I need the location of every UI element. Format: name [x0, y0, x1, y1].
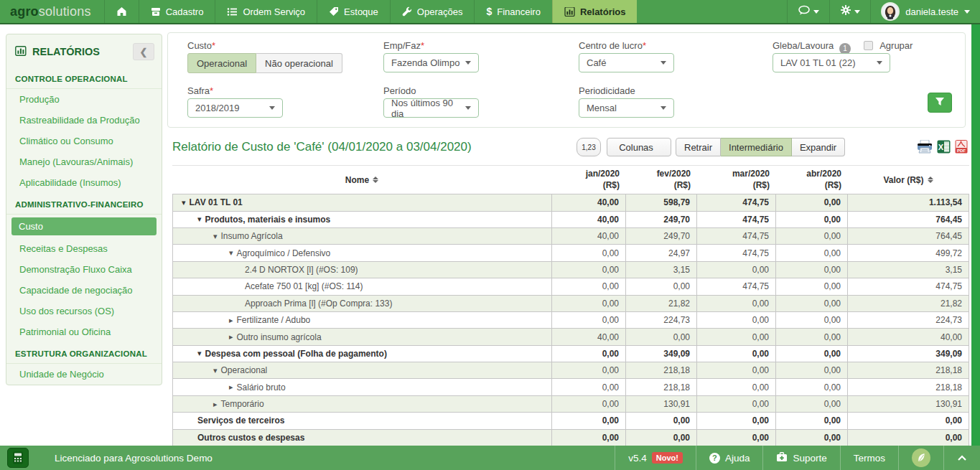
sidebar-item-aplicabilidade[interactable]: Aplicabilidade (Insumos): [6, 172, 162, 193]
expand-arrow-icon[interactable]: ▸: [229, 316, 233, 325]
sidebar-collapse-button[interactable]: ❮: [133, 43, 154, 60]
license-text: Licenciado para Agrosolutions Demo: [55, 446, 213, 470]
nav-tab-label: Estoque: [344, 6, 378, 17]
row-value: 0,00: [775, 212, 847, 227]
collapse-arrow-icon[interactable]: ▾: [197, 215, 202, 224]
intermediario-button[interactable]: Intermediário: [721, 138, 792, 156]
chevron-down-icon: [465, 61, 471, 65]
periodo-select[interactable]: Nos últimos 90 dia: [383, 98, 479, 118]
operacional-toggle[interactable]: Operacional: [187, 53, 256, 73]
print-button[interactable]: [917, 140, 933, 156]
right-edge-panel[interactable]: [971, 24, 980, 446]
sidebar-item-custo[interactable]: Custo: [11, 217, 157, 235]
chevron-down-icon: [964, 10, 970, 14]
collapse-footer-button[interactable]: [943, 446, 980, 470]
calculator-icon[interactable]: [7, 448, 29, 468]
support-link[interactable]: Suporte: [762, 446, 839, 470]
table-row[interactable]: 2.4 D NORTOX [l] (#OS: 109)0,003,150,000…: [173, 262, 969, 278]
row-value: 474,75: [696, 228, 775, 244]
eco-button[interactable]: [898, 446, 943, 470]
table-row[interactable]: Acefate 750 01 [kg] (#OS: 114)0,000,0047…: [173, 278, 969, 295]
expand-level-group: Retrair Intermediário Expandir: [676, 138, 845, 156]
help-link[interactable]: ? Ajuda: [696, 446, 763, 470]
row-value: 218,18: [847, 362, 969, 378]
nav-tab-operacoes[interactable]: Operações: [390, 0, 475, 23]
quick-chat-button[interactable]: [787, 0, 829, 23]
periodicidade-value: Mensal: [587, 103, 617, 113]
required-asterisk: *: [210, 85, 213, 96]
decimals-button[interactable]: 1,23: [577, 138, 601, 156]
nav-tab-relatorios[interactable]: Relatórios: [552, 0, 638, 23]
collapse-arrow-icon[interactable]: ▾: [229, 248, 233, 258]
sidebar-item-receitas-despesas[interactable]: Receitas e Despesas: [6, 238, 162, 259]
export-excel-button[interactable]: X: [937, 140, 951, 156]
expand-arrow-icon[interactable]: ▸: [229, 332, 233, 342]
columns-dropdown[interactable]: Colunas: [607, 138, 671, 156]
row-value: 0,00: [551, 278, 625, 294]
row-name: Outro insumo agrícola: [237, 332, 322, 342]
settings-button[interactable]: [829, 0, 870, 23]
apply-filter-button[interactable]: [928, 93, 952, 113]
nav-tab-home[interactable]: [104, 0, 139, 23]
sidebar-item-producao[interactable]: Produção: [6, 89, 162, 110]
retrair-button[interactable]: Retrair: [676, 138, 721, 156]
safra-select[interactable]: 2018/2019: [187, 98, 283, 118]
periodicidade-select[interactable]: Mensal: [579, 98, 674, 118]
centro-lucro-select[interactable]: Café: [579, 53, 674, 72]
table-row[interactable]: ▸Fertilizante / Adubo0,00224,730,000,002…: [173, 312, 969, 329]
table-row[interactable]: ▾Agroquímico / Defensivo0,0024,97474,750…: [173, 245, 969, 261]
sidebar-item-rastreabilidade[interactable]: Rastreabilidade da Produção: [6, 110, 162, 131]
sidebar-item-uso-recursos[interactable]: Uso dos recursos (OS): [6, 301, 162, 321]
row-value: 0,00: [775, 278, 847, 294]
table-row[interactable]: ▾Insumo Agrícola40,00249,70474,750,00764…: [173, 228, 969, 245]
sort-icon[interactable]: [373, 177, 378, 183]
emp-faz-value: Fazenda Olimpo: [391, 57, 459, 68]
export-pdf-button[interactable]: PDF: [955, 140, 968, 156]
version-item[interactable]: v5.4 Novo!: [615, 446, 696, 470]
nav-tab-estoque[interactable]: Estoque: [317, 0, 390, 23]
nao-operacional-toggle[interactable]: Não operacional: [256, 53, 342, 73]
collapse-arrow-icon[interactable]: ▾: [197, 349, 202, 358]
sidebar-item-climatico[interactable]: Climático ou Consumo: [6, 131, 162, 151]
collapse-arrow-icon[interactable]: ▾: [213, 366, 218, 375]
agrupar-label: Agrupar: [879, 40, 913, 51]
expand-arrow-icon[interactable]: ▸: [213, 400, 218, 409]
table-row[interactable]: Approach Prima [l] (#Op Compra: 133)0,00…: [173, 296, 969, 312]
sort-icon[interactable]: [928, 177, 933, 183]
table-row[interactable]: Outros custos e despesas0,000,000,000,00…: [173, 430, 969, 446]
list-icon: [227, 7, 238, 17]
expandir-button[interactable]: Expandir: [792, 138, 845, 156]
sidebar-item-fluxo-caixa[interactable]: Demonstração Fluxo Caixa: [6, 259, 162, 280]
collapse-arrow-icon[interactable]: ▾: [182, 198, 186, 207]
sidebar-item-unidade-negocio[interactable]: Unidade de Negócio: [6, 364, 162, 385]
user-menu[interactable]: daniela.teste: [870, 0, 980, 23]
table-row[interactable]: ▸Temporário0,00130,910,000,00130,91: [173, 396, 969, 413]
row-value: 499,72: [847, 245, 969, 260]
table-row[interactable]: ▸Outro insumo agrícola40,000,000,000,004…: [173, 329, 969, 345]
row-value: 0,00: [551, 430, 625, 446]
safra-label: Safra*: [187, 85, 213, 96]
table-row[interactable]: ▸Salário bruto0,00218,180,000,00218,18: [173, 379, 969, 395]
sidebar-item-manejo[interactable]: Manejo (Lavouras/Animais): [6, 151, 162, 172]
nav-tab-financeiro[interactable]: $ Financeiro: [474, 0, 552, 23]
row-value: 0,00: [847, 413, 969, 428]
row-value: 249,70: [625, 212, 696, 227]
chevron-down-icon: [465, 106, 471, 110]
agrupar-checkbox[interactable]: [864, 41, 873, 50]
sidebar-item-patrimonial[interactable]: Patrimonial ou Oficina: [6, 321, 162, 342]
terms-link[interactable]: Termos: [840, 446, 898, 470]
chevron-up-icon: [957, 453, 967, 464]
nav-tab-ordem-servico[interactable]: Ordem Serviço: [215, 0, 317, 23]
collapse-arrow-icon[interactable]: ▾: [213, 232, 218, 241]
gleba-lavoura-select[interactable]: LAV 01 TL 01 (22): [773, 53, 890, 72]
sidebar-item-capacidade-negociacao[interactable]: Capacidade de negociação: [6, 280, 162, 301]
table-row[interactable]: ▾LAV 01 TL 0140,00598,79474,750,001.113,…: [173, 194, 969, 211]
app-logo[interactable]: agrosolutions: [0, 0, 104, 23]
table-row[interactable]: ▾Operacional0,00218,180,000,00218,18: [173, 362, 969, 379]
nav-tab-cadastro[interactable]: Cadastro: [139, 0, 215, 23]
table-row[interactable]: ▾Produtos, materiais e insumos40,00249,7…: [173, 212, 969, 228]
emp-faz-select[interactable]: Fazenda Olimpo: [383, 53, 479, 72]
table-row[interactable]: ▾Despesa com pessoal (Folha de pagamento…: [173, 346, 969, 362]
expand-arrow-icon[interactable]: ▸: [229, 382, 233, 392]
table-row[interactable]: Serviços de terceiros0,000,000,000,000,0…: [173, 413, 969, 429]
